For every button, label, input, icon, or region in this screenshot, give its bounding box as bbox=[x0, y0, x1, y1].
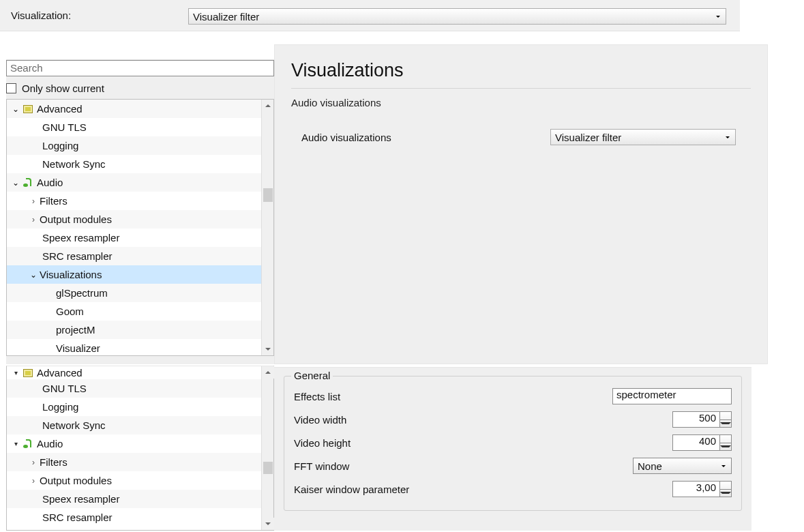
video-width-label: Video width bbox=[294, 414, 672, 426]
top-settings-bar: Visualization: Visualizer filter bbox=[0, 0, 740, 31]
tree-label-audio: Audio bbox=[37, 177, 63, 188]
divider bbox=[291, 88, 751, 89]
tree-item-glspectrum[interactable]: glSpectrum bbox=[7, 284, 273, 302]
spin-up-icon[interactable] bbox=[720, 435, 731, 443]
page-title: Visualizations bbox=[291, 60, 751, 81]
scroll-down-button[interactable] bbox=[262, 343, 274, 355]
tree-label: Speex resampler bbox=[42, 493, 119, 505]
tree-label: Logging bbox=[42, 401, 78, 413]
tree-item-goom[interactable]: Goom bbox=[7, 302, 273, 321]
tree-label: Speex resampler bbox=[42, 232, 119, 243]
video-height-spinner[interactable] bbox=[720, 434, 732, 451]
spin-down-icon[interactable] bbox=[720, 420, 731, 428]
video-height-label: Video height bbox=[294, 437, 672, 449]
chevron-right-icon[interactable]: › bbox=[27, 196, 40, 206]
scroll-thumb[interactable] bbox=[263, 188, 273, 202]
tree-label: Logging bbox=[42, 140, 78, 151]
chevron-right-icon[interactable]: › bbox=[27, 215, 40, 224]
tree-label: projectM bbox=[56, 324, 95, 336]
tree-item-visualizations[interactable]: ⌄ Visualizations bbox=[7, 265, 273, 284]
tree-item-logging[interactable]: Logging bbox=[7, 136, 273, 155]
tree-item-src[interactable]: SRC resampler bbox=[7, 508, 273, 527]
music-note-icon bbox=[23, 439, 33, 449]
general-group: General Effects list spectrometer Video … bbox=[284, 376, 742, 511]
only-show-current-row[interactable]: Only show current bbox=[6, 83, 274, 94]
param-label-audio-visualizations: Audio visualizations bbox=[291, 132, 550, 143]
fft-window-label: FFT window bbox=[294, 460, 633, 472]
chevron-right-icon[interactable]: › bbox=[27, 476, 40, 486]
spin-up-icon[interactable] bbox=[720, 412, 731, 420]
tree-label: Output modules bbox=[40, 213, 112, 225]
audio-visualizations-select-value: Visualizer filter bbox=[555, 132, 621, 143]
chevron-down-icon[interactable]: ⌄ bbox=[10, 178, 22, 188]
tree-item-network-sync[interactable]: Network Sync bbox=[7, 155, 273, 173]
audio-visualizations-select[interactable]: Visualizer filter bbox=[550, 129, 736, 145]
scroll-down-button[interactable] bbox=[262, 518, 274, 530]
tree-item-network-sync[interactable]: Network Sync bbox=[7, 416, 273, 434]
tree-item-projectm[interactable]: projectM bbox=[7, 321, 273, 339]
tree-item-filters[interactable]: › Filters bbox=[7, 453, 273, 471]
tree-item-gnu-tls[interactable]: GNU TLS bbox=[7, 379, 273, 398]
video-width-spinner[interactable] bbox=[720, 411, 732, 428]
search-placeholder: Search bbox=[10, 62, 43, 74]
spin-up-icon[interactable] bbox=[720, 482, 731, 490]
chevron-down-icon bbox=[716, 16, 720, 18]
sidebar-container: Search Only show current ⌄ Advanced GNU … bbox=[6, 59, 274, 364]
tree-label-advanced: Advanced bbox=[37, 103, 83, 115]
tree-item-advanced[interactable]: ▾ Advanced bbox=[7, 366, 273, 379]
chip-icon bbox=[23, 369, 33, 377]
video-width-input[interactable]: 500 bbox=[672, 411, 720, 428]
scroll-thumb[interactable] bbox=[263, 462, 273, 474]
chevron-down-icon[interactable]: ⌄ bbox=[27, 270, 40, 280]
chevron-down-icon bbox=[726, 136, 730, 138]
only-show-current-checkbox[interactable] bbox=[6, 83, 16, 93]
settings-tree[interactable]: ⌄ Advanced GNU TLS Logging Network Sync … bbox=[6, 99, 274, 356]
scroll-up-button[interactable] bbox=[262, 366, 274, 379]
tree-item-gnu-tls[interactable]: GNU TLS bbox=[7, 118, 273, 136]
chevron-right-icon[interactable]: › bbox=[27, 458, 40, 467]
scroll-up-button[interactable] bbox=[262, 100, 274, 112]
tree-scrollbar[interactable] bbox=[261, 366, 273, 530]
tree-item-speex[interactable]: Speex resampler bbox=[7, 490, 273, 508]
chip-icon bbox=[23, 105, 33, 113]
fft-window-select[interactable]: None bbox=[633, 458, 732, 474]
tree-item-advanced[interactable]: ⌄ Advanced bbox=[7, 100, 273, 118]
tree-item-filters[interactable]: › Filters bbox=[7, 192, 273, 210]
tree-label: Advanced bbox=[37, 367, 83, 379]
spin-down-icon[interactable] bbox=[720, 443, 731, 451]
tree-label: SRC resampler bbox=[42, 250, 113, 262]
tree-item-audio[interactable]: ▾ Audio bbox=[7, 434, 273, 453]
kaiser-window-input[interactable]: 3,00 bbox=[672, 481, 720, 497]
tree-item-audio[interactable]: ⌄ Audio bbox=[7, 173, 273, 192]
tree-item-logging[interactable]: Logging bbox=[7, 398, 273, 416]
settings-tree-secondary[interactable]: ▾ Advanced GNU TLS Logging Network Sync … bbox=[6, 366, 274, 531]
tree-label: Goom bbox=[56, 306, 84, 317]
tree-label: GNU TLS bbox=[42, 383, 87, 394]
tree-label: Output modules bbox=[40, 475, 112, 486]
tree-label: Visualizer bbox=[56, 342, 100, 354]
tree-label: SRC resampler bbox=[42, 512, 113, 523]
kaiser-window-spinner[interactable] bbox=[720, 481, 732, 497]
tree-label: GNU TLS bbox=[42, 121, 87, 133]
settings-detail-panel: Visualizations Audio visualizations Audi… bbox=[274, 44, 768, 364]
tree-item-speex[interactable]: Speex resampler bbox=[7, 228, 273, 247]
chevron-down-icon[interactable]: ⌄ bbox=[10, 104, 22, 114]
visualizer-properties-panel: General Effects list spectrometer Video … bbox=[274, 367, 751, 531]
chevron-down-icon[interactable]: ▾ bbox=[10, 369, 22, 376]
video-height-input[interactable]: 400 bbox=[672, 434, 720, 451]
tree-item-output-modules[interactable]: › Output modules bbox=[7, 210, 273, 228]
tree-item-src[interactable]: SRC resampler bbox=[7, 247, 273, 265]
chevron-down-icon[interactable]: ▾ bbox=[10, 440, 22, 447]
search-input[interactable]: Search bbox=[6, 60, 274, 76]
visualization-label: Visualization: bbox=[11, 10, 71, 21]
tree-scrollbar[interactable] bbox=[261, 100, 273, 355]
tree-item-output-modules[interactable]: › Output modules bbox=[7, 471, 273, 490]
spin-down-icon[interactable] bbox=[720, 490, 731, 497]
visualization-select[interactable]: Visualizer filter bbox=[188, 8, 726, 25]
effects-list-input[interactable]: spectrometer bbox=[612, 388, 732, 404]
kaiser-window-label: Kaiser window parameter bbox=[294, 484, 672, 495]
tree-label-visualizations: Visualizations bbox=[40, 269, 102, 280]
tree-item-visualizer[interactable]: Visualizer bbox=[7, 339, 273, 356]
section-heading: Audio visualizations bbox=[291, 97, 751, 108]
visualization-select-value: Visualizer filter bbox=[193, 11, 259, 23]
